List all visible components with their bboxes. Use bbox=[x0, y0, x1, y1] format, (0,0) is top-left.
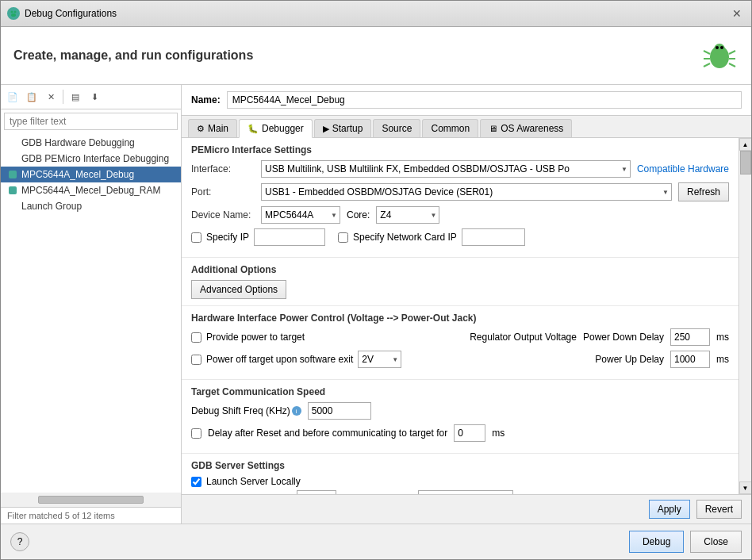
hostname-label: Hostname or IP: bbox=[343, 493, 412, 494]
sidebar-items: GDB Hardware Debugging GDB PEMicro Inter… bbox=[1, 133, 181, 493]
sidebar-item-gdb-hardware[interactable]: GDB Hardware Debugging bbox=[1, 135, 181, 151]
advanced-options-button[interactable]: Advanced Options bbox=[191, 280, 286, 299]
specify-ip-section: Specify IP bbox=[191, 228, 325, 246]
apply-button[interactable]: Apply bbox=[649, 500, 690, 519]
svg-line-11 bbox=[729, 51, 735, 54]
copy-config-button[interactable]: 📋 bbox=[23, 88, 40, 105]
server-port-input[interactable] bbox=[297, 490, 336, 494]
tab-debugger[interactable]: 🐛 Debugger bbox=[239, 119, 313, 138]
scroll-up-button[interactable]: ▲ bbox=[739, 138, 752, 151]
compatible-hardware-link[interactable]: Compatible Hardware bbox=[637, 163, 729, 175]
startup-tab-icon: ▶ bbox=[323, 124, 329, 134]
sidebar-scrollbar[interactable] bbox=[1, 493, 181, 507]
interface-select-wrapper: USB Multilink, USB Multilink FX, Embedde… bbox=[261, 160, 631, 178]
right-panel: Name: ⚙ Main 🐛 Debugger ▶ Startup S bbox=[182, 85, 751, 524]
tab-source[interactable]: Source bbox=[373, 119, 420, 137]
comm-section: Target Communication Speed Debug Shift F… bbox=[182, 380, 739, 454]
network-ip-input[interactable] bbox=[462, 228, 525, 246]
ip-input[interactable] bbox=[254, 228, 325, 246]
sidebar-item-gdb-pemicro[interactable]: GDB PEMicro Interface Debugging bbox=[1, 151, 181, 167]
sidebar-item-mpc5644a-mecel[interactable]: MPC5644A_Mecel_Debug bbox=[1, 167, 181, 182]
specify-ip-checkbox[interactable] bbox=[191, 232, 201, 243]
svg-point-1 bbox=[11, 11, 13, 13]
provide-power-checkbox[interactable] bbox=[191, 332, 201, 343]
sidebar-item-mpc5644a-mecel-ram[interactable]: MPC5644A_Mecel_Debug_RAM bbox=[1, 182, 181, 198]
power-section: Hardware Interface Power Control (Voltag… bbox=[182, 306, 739, 380]
interface-select[interactable]: USB Multilink, USB Multilink FX, Embedde… bbox=[261, 160, 631, 178]
help-button[interactable]: ? bbox=[10, 532, 29, 551]
debugger-tab-icon: 🐛 bbox=[247, 124, 259, 134]
freq-info-icon: i bbox=[292, 406, 301, 416]
debug-configurations-window: Debug Configurations ✕ Create, manage, a… bbox=[0, 0, 752, 560]
delay-checkbox[interactable] bbox=[191, 428, 201, 439]
device-select[interactable]: MPC5644A bbox=[261, 206, 340, 224]
name-label: Name: bbox=[191, 94, 221, 105]
bottom-bar: ? Debug Close bbox=[1, 524, 751, 559]
header: Create, manage, and run configurations bbox=[1, 27, 751, 85]
svg-line-8 bbox=[704, 51, 710, 54]
title-bar-left: Debug Configurations bbox=[7, 7, 117, 20]
freq-input[interactable] bbox=[308, 402, 371, 420]
scroll-track[interactable] bbox=[740, 151, 751, 481]
delay-row: Delay after Reset and before communicati… bbox=[191, 424, 729, 442]
sidebar-scroll-thumb[interactable] bbox=[38, 496, 144, 504]
scroll-thumb[interactable] bbox=[740, 151, 751, 175]
debug-button[interactable]: Debug bbox=[629, 531, 684, 553]
window-close-button[interactable]: ✕ bbox=[729, 6, 745, 21]
sidebar-footer: Filter matched 5 of 12 items bbox=[1, 507, 181, 524]
comm-section-title: Target Communication Speed bbox=[191, 386, 729, 397]
title-bar: Debug Configurations ✕ bbox=[1, 1, 751, 27]
tab-startup-label: Startup bbox=[332, 123, 363, 134]
sidebar: 📄 📋 ✕ ▤ ⬇ GDB Hardware Debugging GDB PEM… bbox=[1, 85, 182, 524]
tab-common[interactable]: Common bbox=[422, 119, 478, 137]
filter-config-button[interactable]: ▤ bbox=[67, 88, 84, 105]
power-off-row: Power off target upon software exit 2V P… bbox=[191, 351, 729, 368]
refresh-button[interactable]: Refresh bbox=[678, 182, 729, 201]
close-button[interactable]: Close bbox=[690, 531, 742, 553]
tab-main[interactable]: ⚙ Main bbox=[188, 119, 237, 137]
sidebar-item-launch-group[interactable]: Launch Group bbox=[1, 198, 181, 214]
launch-server-row: Launch Server Locally bbox=[191, 476, 729, 487]
power-down-unit: ms bbox=[716, 332, 729, 343]
tab-startup[interactable]: ▶ Startup bbox=[314, 119, 372, 137]
svg-point-7 bbox=[720, 46, 723, 49]
voltage-select[interactable]: 2V bbox=[358, 351, 401, 368]
hostname-input[interactable] bbox=[418, 490, 513, 494]
delay-label: Delay after Reset and before communicati… bbox=[208, 428, 447, 439]
specify-network-checkbox[interactable] bbox=[338, 232, 348, 243]
interface-row: Interface: USB Multilink, USB Multilink … bbox=[191, 160, 729, 178]
revert-button[interactable]: Revert bbox=[696, 500, 742, 519]
scroll-down-button[interactable]: ▼ bbox=[739, 481, 752, 494]
delay-input[interactable] bbox=[454, 424, 485, 442]
collapse-config-button[interactable]: ⬇ bbox=[86, 88, 103, 105]
pemicro-section-title: PEMicro Interface Settings bbox=[191, 144, 729, 155]
tab-os-awareness[interactable]: 🖥 OS Awareness bbox=[480, 119, 572, 137]
tabs: ⚙ Main 🐛 Debugger ▶ Startup Source Commo… bbox=[182, 116, 751, 138]
header-title: Create, manage, and run configurations bbox=[13, 48, 253, 63]
port-label: Port: bbox=[191, 186, 255, 198]
power-up-input[interactable] bbox=[670, 351, 710, 368]
filter-input[interactable] bbox=[4, 113, 178, 130]
vertical-scrollbar[interactable]: ▲ ▼ bbox=[739, 138, 751, 494]
device-core-row: Device Name: MPC5644A Core: Z4 bbox=[191, 206, 729, 224]
power-down-input[interactable] bbox=[670, 328, 710, 346]
additional-section-title: Additional Options bbox=[191, 264, 729, 275]
name-input[interactable] bbox=[227, 91, 742, 109]
item-icon bbox=[7, 137, 18, 148]
port-select[interactable]: USB1 - Embedded OSBDM/OSJTAG Device (SER… bbox=[261, 183, 672, 201]
new-config-button[interactable]: 📄 bbox=[4, 88, 21, 105]
name-row: Name: bbox=[182, 85, 751, 116]
gdb-section: GDB Server Settings Launch Server Locall… bbox=[182, 454, 739, 494]
freq-label: Debug Shift Freq (KHz) i bbox=[191, 405, 301, 416]
main-content: 📄 📋 ✕ ▤ ⬇ GDB Hardware Debugging GDB PEM… bbox=[1, 85, 751, 524]
svg-point-6 bbox=[716, 46, 719, 49]
sidebar-item-label: GDB Hardware Debugging bbox=[21, 137, 135, 148]
power-off-checkbox[interactable] bbox=[191, 355, 201, 365]
delete-config-button[interactable]: ✕ bbox=[42, 88, 59, 105]
specify-ip-label: Specify IP bbox=[206, 232, 249, 243]
launch-server-checkbox[interactable] bbox=[191, 477, 201, 487]
port-select-wrapper: USB1 - Embedded OSBDM/OSJTAG Device (SER… bbox=[261, 183, 672, 201]
svg-point-2 bbox=[14, 11, 17, 13]
core-select[interactable]: Z4 bbox=[376, 206, 439, 224]
core-label: Core: bbox=[347, 209, 370, 221]
